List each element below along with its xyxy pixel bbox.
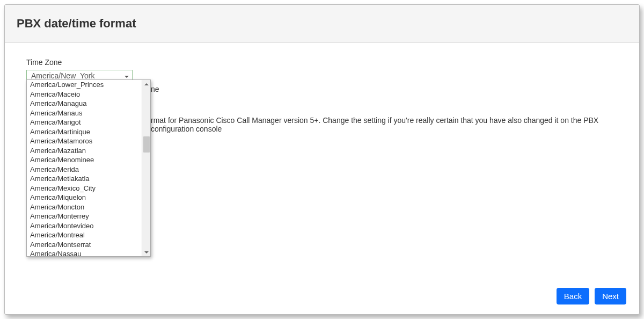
dialog-title: PBX date/time format (17, 17, 627, 31)
scroll-thumb[interactable] (143, 136, 150, 153)
description-text: rmat for Panasonic Cisco Call Manager ve… (151, 116, 626, 133)
obscured-text-fragment: ne (151, 85, 159, 93)
timezone-option[interactable]: America/Manaus (27, 108, 142, 118)
timezone-option[interactable]: America/Monterrey (27, 212, 142, 221)
timezone-option[interactable]: America/Mazatlan (27, 146, 142, 156)
timezone-option[interactable]: America/Lower_Princes (27, 80, 142, 90)
timezone-label: Time Zone (26, 58, 618, 67)
next-button[interactable]: Next (595, 288, 626, 305)
timezone-option[interactable]: America/Managua (27, 99, 142, 108)
timezone-option[interactable]: America/Matamoros (27, 136, 142, 146)
timezone-option[interactable]: America/Metlakatla (27, 174, 142, 184)
timezone-option[interactable]: America/Marigot (27, 118, 142, 127)
timezone-option[interactable]: America/Miquelon (27, 193, 142, 202)
timezone-option-list[interactable]: America/Lower_PrincesAmerica/MaceioAmeri… (27, 80, 142, 256)
timezone-option[interactable]: America/Martinique (27, 127, 142, 137)
timezone-option[interactable]: America/Mexico_City (27, 184, 142, 193)
dialog-content: Time Zone America/New_York ne rmat for P… (5, 43, 639, 84)
timezone-option[interactable]: America/Moncton (27, 202, 142, 212)
timezone-option[interactable]: America/Maceio (27, 90, 142, 99)
timezone-option[interactable]: America/Montserrat (27, 240, 142, 250)
timezone-option[interactable]: America/Montevideo (27, 221, 142, 231)
timezone-option[interactable]: America/Montreal (27, 230, 142, 240)
dialog-header: PBX date/time format (5, 5, 639, 43)
timezone-option[interactable]: America/Merida (27, 165, 142, 175)
timezone-option[interactable]: America/Menominee (27, 155, 142, 165)
timezone-dropdown: America/Lower_PrincesAmerica/MaceioAmeri… (26, 79, 151, 257)
timezone-option[interactable]: America/Nassau (27, 249, 142, 256)
timezone-select-value: America/New_York (31, 71, 95, 80)
scroll-down-arrow-icon[interactable] (142, 248, 150, 256)
dialog-window: PBX date/time format Time Zone America/N… (4, 4, 640, 315)
dropdown-scrollbar[interactable] (142, 80, 150, 256)
scroll-up-arrow-icon[interactable] (142, 80, 150, 88)
chevron-down-icon (125, 76, 129, 78)
back-button[interactable]: Back (557, 288, 589, 305)
dialog-footer: Back Next (557, 288, 626, 305)
